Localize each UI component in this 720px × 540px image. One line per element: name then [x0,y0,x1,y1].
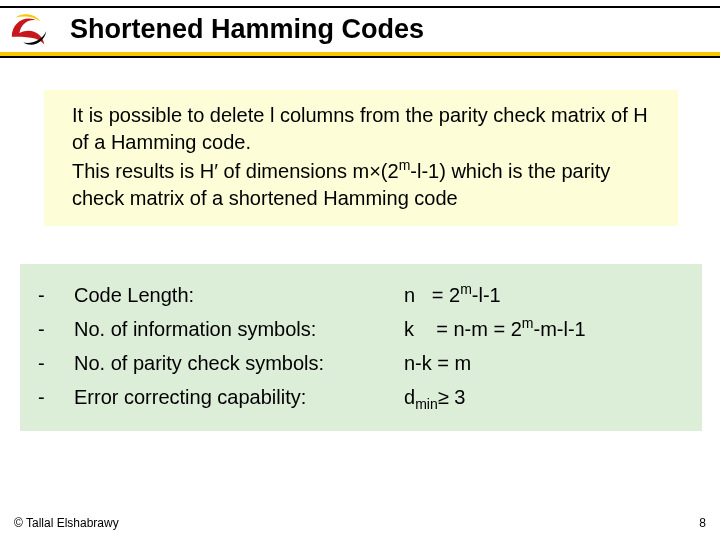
param-label: No. of information symbols: [74,312,404,346]
bullet-dash: - [38,380,74,417]
param-value: k = n-m = 2m-m-l-1 [404,312,684,346]
intro-line1: It is possible to delete l columns from … [72,104,648,153]
intro-line2b: of dimensions m×(2 [218,160,399,182]
param-var: k [404,318,414,340]
param-eq-pre: ≥ 3 [438,386,466,408]
top-rule [0,6,720,8]
param-eq-post: -l-1 [472,284,501,306]
slide-header: Shortened Hamming Codes [0,0,720,72]
param-row: - Code Length: n = 2m-l-1 [38,278,684,312]
param-value: dmin≥ 3 [404,380,684,417]
param-label: Error correcting capability: [74,380,404,417]
param-value: n-k = m [404,346,684,380]
param-eq-post: -m-l-1 [534,318,586,340]
footer-page-number: 8 [699,516,706,530]
intro-box: It is possible to delete l columns from … [44,90,678,226]
slide-footer: © Tallal Elshabrawy 8 [14,516,706,530]
param-eq-pre: = m [432,352,471,374]
param-eq-pre: = 2 [426,284,460,306]
param-row: - Error correcting capability: dmin≥ 3 [38,380,684,417]
param-sup: m [522,315,534,331]
param-label: No. of parity check symbols: [74,346,404,380]
bullet-dash: - [38,346,74,380]
param-var: n-k [404,352,432,374]
title-underline-black [0,56,720,58]
intro-line2a: This results is H [72,160,214,182]
logo-icon [6,8,52,54]
footer-copyright: © Tallal Elshabrawy [14,516,119,530]
intro-sup-m: m [399,157,411,173]
bullet-dash: - [38,278,74,312]
param-row: - No. of information symbols: k = n-m = … [38,312,684,346]
bullet-dash: - [38,312,74,346]
param-var: n [404,284,415,306]
slide-title: Shortened Hamming Codes [70,14,424,45]
param-sup: m [460,281,472,297]
param-var: d [404,386,415,408]
param-row: - No. of parity check symbols: n-k = m [38,346,684,380]
param-label: Code Length: [74,278,404,312]
params-box: - Code Length: n = 2m-l-1 - No. of infor… [20,264,702,431]
param-value: n = 2m-l-1 [404,278,684,312]
param-eq-pre: = n-m = 2 [431,318,522,340]
param-sub: min [415,396,438,412]
